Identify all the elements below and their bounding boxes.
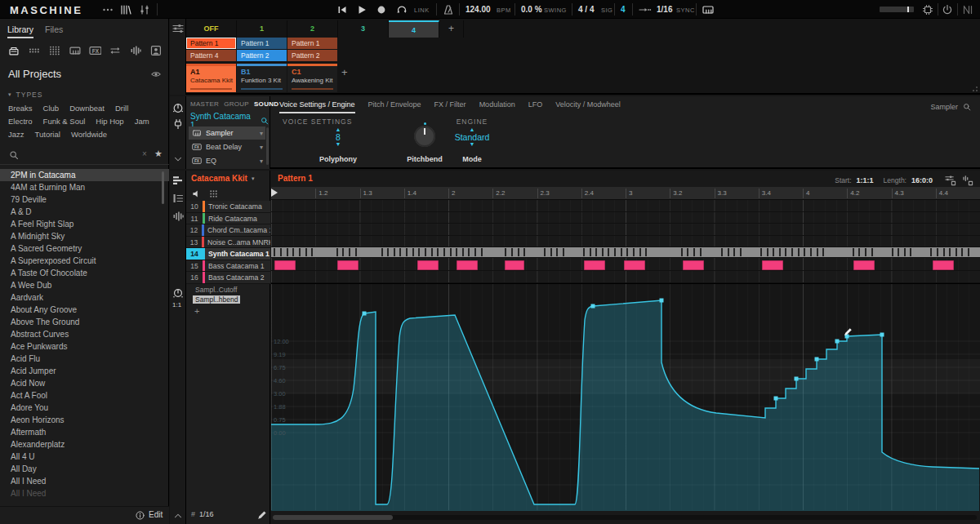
type-tag[interactable]: Funk & Soul (43, 115, 86, 128)
zoom-one-to-one-button[interactable]: 1:1 (172, 301, 181, 309)
favorites-star-icon[interactable]: ★ (154, 149, 163, 159)
project-list-item[interactable]: A Wee Dub (0, 279, 169, 291)
pattern-view-icon[interactable] (172, 174, 185, 187)
plugin-page-tab[interactable]: Voice Settings / Engine (279, 100, 355, 113)
timeline-ruler[interactable]: 1.21.31.422.22.32.433.23.33.444.24.34.45 (271, 187, 980, 200)
instruments-filter-icon[interactable] (69, 43, 82, 58)
pattern-settings-icon[interactable] (944, 174, 956, 186)
type-tag[interactable]: Electro (8, 115, 33, 128)
metronome-icon[interactable] (442, 3, 455, 16)
project-list-item[interactable]: A Feel Right Slap (0, 218, 169, 230)
type-tag[interactable]: Worldwide (71, 128, 107, 141)
project-list-item[interactable]: Ace Punkwards (0, 340, 169, 353)
pattern-name[interactable]: Pattern 1 (278, 174, 313, 183)
sounds-filter-icon[interactable] (48, 43, 61, 58)
search-clear-icon[interactable]: × (142, 149, 147, 158)
plugin-list-scrollbar[interactable] (266, 127, 269, 165)
loop-icon[interactable] (394, 3, 409, 16)
automation-lane-label[interactable]: Sampl..Cutoff (193, 286, 239, 294)
sound-row[interactable]: 14Synth Catacama 1 (186, 248, 270, 260)
note-lane[interactable] (271, 212, 980, 224)
scene-tab[interactable]: OFF (186, 20, 237, 38)
project-list-item[interactable]: Alexanderplatz (0, 438, 169, 451)
note-block[interactable] (417, 260, 439, 270)
add-scene-button[interactable]: + (439, 20, 464, 38)
browser-toggle-icon[interactable] (119, 3, 132, 16)
sound-row[interactable]: 11Ride Catacama (186, 213, 270, 225)
quantize-value[interactable]: 1/16 (657, 5, 672, 14)
note-block[interactable] (505, 260, 523, 270)
project-list-item[interactable]: All Day (0, 463, 169, 475)
plugin-slot[interactable]: FXEQ▾ (189, 154, 265, 167)
pattern-cell[interactable]: Pattern 2 (237, 50, 287, 61)
group-selector[interactable]: Catacama Kkit ▾ (191, 174, 254, 183)
plugin-menu-caret-icon[interactable]: ▾ (260, 144, 263, 151)
audio-engine-power-icon[interactable] (941, 3, 954, 16)
project-list-item[interactable]: Acid Jumper (0, 365, 169, 377)
sound-row[interactable]: 10Tronic Catacama (186, 201, 270, 213)
project-list-item[interactable]: Adore You (0, 402, 169, 414)
count-in-icon[interactable] (637, 3, 652, 16)
start-value[interactable]: 1:1:1 (857, 176, 874, 184)
sound-row[interactable]: 12Chord Cm..tacama 1 (186, 224, 270, 237)
project-list-item[interactable]: A Midnight Sky (0, 230, 169, 242)
plugin-slot[interactable]: FXBeat Delay▾ (189, 140, 265, 153)
horizontal-scrollbar[interactable] (273, 515, 977, 520)
master-volume-meter[interactable] (880, 7, 914, 12)
project-list-item[interactable]: All I Need (0, 487, 169, 500)
scrollbar-thumb[interactable] (273, 515, 393, 520)
group-tab[interactable]: B1Funktion 3 Kit (237, 64, 287, 92)
overflow-menu-icon[interactable] (101, 3, 114, 16)
scene-tab[interactable]: 2 (287, 20, 338, 38)
user-content-icon[interactable] (149, 43, 163, 58)
tab-library[interactable]: Library (7, 24, 33, 38)
project-list-item[interactable]: Aftermath (0, 426, 169, 438)
sync-label[interactable]: SYNC (676, 7, 695, 14)
plugin-strip-icon[interactable] (172, 118, 185, 131)
project-list-item[interactable]: About Any Groove (0, 304, 169, 316)
note-lane[interactable] (271, 224, 980, 236)
project-list-item[interactable]: A & D (0, 206, 169, 218)
info-icon[interactable] (135, 510, 145, 521)
sound-row[interactable]: 13Noise C..ama MNRK (186, 237, 270, 249)
tab-master[interactable]: MASTER (190, 100, 219, 108)
time-signature-value[interactable]: 4 / 4 (578, 5, 594, 14)
audio-toggle-icon[interactable] (961, 174, 973, 186)
sound-search-icon[interactable] (260, 116, 270, 126)
project-list-item[interactable]: Aardvark (0, 291, 169, 304)
project-list-item[interactable]: All 4 U (0, 451, 169, 463)
type-tag[interactable]: Downbeat (69, 102, 105, 115)
project-list-item[interactable]: A Superexposed Circuit (0, 255, 169, 267)
effects-filter-icon[interactable]: FX (89, 43, 102, 58)
plugin-page-tab[interactable]: Modulation (479, 100, 515, 113)
resize-grip[interactable] (969, 83, 978, 91)
swing-value[interactable]: 0.0 % (521, 5, 542, 14)
scene-tab[interactable]: 4 (389, 20, 439, 38)
project-list-item[interactable]: Aeon Horizons (0, 414, 169, 426)
draw-tool-icon[interactable] (256, 509, 268, 521)
plugin-page-tab[interactable]: Velocity / Modwheel (555, 100, 621, 113)
project-list-item[interactable]: Above The Ground (0, 316, 169, 328)
project-list-item[interactable]: Act A Fool (0, 389, 169, 402)
note-block[interactable] (853, 260, 875, 270)
mixer-toggle-icon[interactable] (138, 3, 151, 16)
plugin-menu-caret-icon[interactable]: ▾ (260, 130, 263, 137)
pattern-cell[interactable]: Pattern 1 (186, 38, 236, 49)
note-block[interactable] (933, 260, 954, 270)
restart-icon[interactable] (336, 3, 349, 16)
pattern-cell[interactable]: Pattern 2 (287, 50, 337, 61)
pitchbend-knob[interactable] (414, 126, 435, 147)
tab-group[interactable]: GROUP (224, 100, 249, 108)
type-tag[interactable]: Tutorial (35, 128, 60, 141)
group-tab[interactable]: A1Catacama Kkit (186, 64, 236, 92)
plugin-page-tab[interactable]: Pitch / Envelope (368, 100, 421, 113)
tab-files[interactable]: Files (45, 24, 63, 38)
pattern-cell[interactable]: Pattern 1 (237, 38, 287, 49)
samples-filter-icon[interactable] (129, 43, 142, 58)
note-block[interactable] (624, 260, 645, 270)
plugin-page-tab[interactable]: LFO (528, 100, 543, 113)
note-block[interactable] (274, 260, 296, 270)
polyphony-down-icon[interactable]: ▼ (314, 142, 363, 147)
record-icon[interactable] (375, 3, 388, 16)
note-block[interactable] (584, 260, 605, 270)
